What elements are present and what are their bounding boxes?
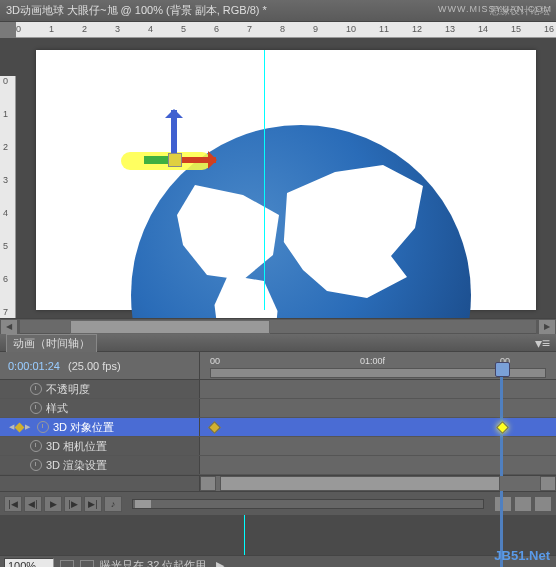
ruler-tick: 6	[3, 274, 8, 284]
timeline-tracks: 不透明度样式◀▶3D 对象位置3D 相机位置3D 渲染设置	[0, 380, 556, 475]
3d-gizmo[interactable]	[136, 110, 216, 190]
ruler-tick: 4	[3, 208, 8, 218]
status-dropdown-icon[interactable]: ▶	[216, 559, 224, 567]
timecode-area[interactable]: 0:00:01:24 (25.00 fps)	[0, 352, 200, 379]
transport-controls: |◀ ◀| ▶ |▶ ▶| ♪	[0, 491, 556, 515]
status-bar: 100% 曝光只在 32 位起作用 ▶	[0, 555, 556, 567]
ruler-tick: 8	[280, 24, 285, 34]
gizmo-center[interactable]	[168, 153, 182, 167]
ruler-tick: 11	[379, 24, 389, 34]
ruler-tick: 7	[247, 24, 252, 34]
timeline-track[interactable]: 3D 渲染设置	[0, 456, 556, 475]
track-label: 不透明度	[46, 382, 90, 397]
ruler-tick: 14	[478, 24, 488, 34]
canvas-viewport[interactable]: 012345678	[0, 38, 556, 318]
ruler-tick: 9	[313, 24, 318, 34]
watermark-top: WWW.MISSYUAN.COM	[438, 4, 552, 14]
onion-skin-icon[interactable]	[495, 497, 511, 511]
add-key-icon[interactable]	[15, 422, 25, 432]
time-tick: 01:00f	[360, 356, 385, 366]
track-label: 3D 对象位置	[53, 420, 114, 435]
tl-scroll-right[interactable]	[540, 476, 556, 491]
zoom-field[interactable]: 100%	[4, 558, 54, 568]
status-message: 曝光只在 32 位起作用	[100, 558, 206, 567]
stopwatch-icon[interactable]	[30, 440, 42, 452]
stopwatch-icon[interactable]	[30, 383, 42, 395]
time-tick: 00	[210, 356, 220, 366]
document-title: 3D动画地球 大眼仔~旭 @ 100% (背景 副本, RGB/8) *	[6, 3, 490, 18]
goto-end-button[interactable]: ▶|	[84, 496, 102, 512]
scroll-left-button[interactable]: ◀	[1, 320, 17, 334]
prev-frame-button[interactable]: ◀|	[24, 496, 42, 512]
canvas-scrollbar-h[interactable]: ◀ ▶	[0, 318, 556, 334]
ruler-tick: 7	[3, 307, 8, 317]
timeline-header: 0:00:01:24 (25.00 fps) 00 01:00f 00	[0, 352, 556, 380]
audio-button[interactable]: ♪	[104, 496, 122, 512]
next-key-icon[interactable]: ▶	[24, 424, 31, 431]
goto-start-button[interactable]: |◀	[4, 496, 22, 512]
timeline-track[interactable]: 3D 相机位置	[0, 437, 556, 456]
ruler-tick: 0	[16, 24, 21, 34]
track-label: 3D 相机位置	[46, 439, 107, 454]
ruler-tick: 3	[115, 24, 120, 34]
ruler-tick: 1	[49, 24, 54, 34]
ruler-tick: 10	[346, 24, 356, 34]
timeline-track[interactable]: ◀▶3D 对象位置	[0, 418, 556, 437]
keyframe[interactable]	[208, 421, 221, 434]
guide-vertical-ext	[244, 515, 245, 555]
ruler-tick: 0	[3, 76, 8, 86]
padding-area	[0, 515, 556, 555]
timeline-track[interactable]: 不透明度	[0, 380, 556, 399]
ruler-horizontal[interactable]: 012345678910111213141516	[16, 22, 556, 38]
ruler-vertical[interactable]: 012345678	[0, 76, 16, 318]
ruler-tick: 6	[214, 24, 219, 34]
page-next-button[interactable]	[80, 560, 94, 568]
timeline-scrollbar	[0, 475, 556, 491]
animation-panel-header[interactable]: 动画（时间轴） ▾≡	[0, 334, 556, 352]
ruler-tick: 5	[3, 241, 8, 251]
track-label: 3D 渲染设置	[46, 458, 107, 473]
scroll-track[interactable]	[20, 320, 536, 334]
timeline-track[interactable]: 样式	[0, 399, 556, 418]
ruler-tick: 12	[412, 24, 422, 34]
scroll-thumb[interactable]	[70, 320, 270, 334]
current-timecode[interactable]: 0:00:01:24	[8, 360, 60, 372]
guide-vertical[interactable]	[264, 50, 265, 310]
page-prev-button[interactable]	[60, 560, 74, 568]
zoom-slider-thumb[interactable]	[135, 500, 151, 508]
tl-scroll-thumb[interactable]	[220, 476, 500, 491]
keyframe[interactable]	[496, 421, 509, 434]
ruler-tick: 1	[3, 109, 8, 119]
next-frame-button[interactable]: |▶	[64, 496, 82, 512]
ruler-tick: 13	[445, 24, 455, 34]
delete-icon[interactable]	[515, 497, 531, 511]
ruler-tick: 2	[82, 24, 87, 34]
animation-tab[interactable]: 动画（时间轴）	[6, 334, 97, 352]
tl-scroll-track[interactable]	[216, 476, 540, 491]
convert-icon[interactable]	[535, 497, 551, 511]
stopwatch-icon[interactable]	[30, 459, 42, 471]
zoom-slider[interactable]	[132, 499, 484, 509]
ruler-tick: 15	[511, 24, 521, 34]
ruler-tick: 3	[3, 175, 8, 185]
stopwatch-icon[interactable]	[30, 402, 42, 414]
ruler-tick: 2	[3, 142, 8, 152]
ruler-tick: 4	[148, 24, 153, 34]
scroll-right-button[interactable]: ▶	[539, 320, 555, 334]
play-button[interactable]: ▶	[44, 496, 62, 512]
ruler-tick: 16	[544, 24, 554, 34]
stopwatch-icon[interactable]	[37, 421, 49, 433]
timeline-ruler[interactable]: 00 01:00f 00	[200, 352, 556, 379]
gizmo-x-axis[interactable]	[176, 157, 216, 163]
animation-panel: 动画（时间轴） ▾≡ 0:00:01:24 (25.00 fps) 00 01:…	[0, 334, 556, 515]
document-canvas[interactable]	[36, 50, 536, 310]
panel-menu-icon[interactable]: ▾≡	[535, 335, 550, 351]
fps-label: (25.00 fps)	[68, 360, 121, 372]
watermark-bottom: JB51.Net	[494, 548, 550, 563]
ruler-tick: 5	[181, 24, 186, 34]
tl-scroll-left[interactable]	[200, 476, 216, 491]
track-label: 样式	[46, 401, 68, 416]
